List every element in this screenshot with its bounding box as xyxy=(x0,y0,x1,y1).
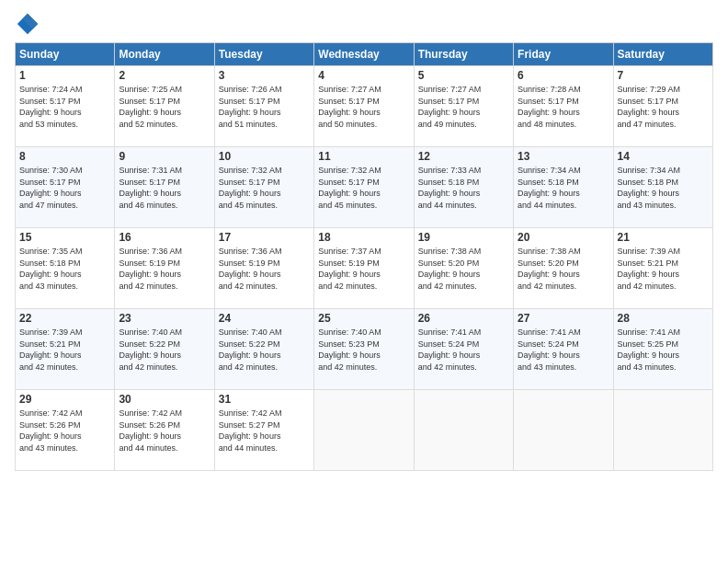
day-number: 4 xyxy=(318,69,409,82)
day-number: 19 xyxy=(418,231,509,244)
day-info: Sunrise: 7:35 AM Sunset: 5:18 PM Dayligh… xyxy=(19,246,110,292)
calendar-cell: 3Sunrise: 7:26 AM Sunset: 5:17 PM Daylig… xyxy=(214,66,313,147)
day-info: Sunrise: 7:41 AM Sunset: 5:25 PM Dayligh… xyxy=(618,327,709,373)
calendar-cell: 23Sunrise: 7:40 AM Sunset: 5:22 PM Dayli… xyxy=(115,309,214,390)
calendar-cell: 30Sunrise: 7:42 AM Sunset: 5:26 PM Dayli… xyxy=(115,390,214,471)
day-number: 9 xyxy=(119,150,210,163)
calendar-cell: 10Sunrise: 7:32 AM Sunset: 5:17 PM Dayli… xyxy=(214,147,313,228)
day-info: Sunrise: 7:41 AM Sunset: 5:24 PM Dayligh… xyxy=(418,327,509,373)
day-info: Sunrise: 7:39 AM Sunset: 5:21 PM Dayligh… xyxy=(19,327,110,373)
calendar-cell: 9Sunrise: 7:31 AM Sunset: 5:17 PM Daylig… xyxy=(115,147,214,228)
calendar-week-3: 15Sunrise: 7:35 AM Sunset: 5:18 PM Dayli… xyxy=(16,228,713,309)
day-number: 26 xyxy=(418,312,509,325)
day-info: Sunrise: 7:28 AM Sunset: 5:17 PM Dayligh… xyxy=(518,84,609,130)
weekday-header-tuesday: Tuesday xyxy=(214,43,313,66)
day-number: 6 xyxy=(518,69,609,82)
header xyxy=(15,11,713,37)
calendar-cell: 29Sunrise: 7:42 AM Sunset: 5:26 PM Dayli… xyxy=(16,390,115,471)
calendar-cell: 4Sunrise: 7:27 AM Sunset: 5:17 PM Daylig… xyxy=(314,66,414,147)
day-number: 13 xyxy=(518,150,609,163)
calendar-cell: 24Sunrise: 7:40 AM Sunset: 5:22 PM Dayli… xyxy=(214,309,313,390)
calendar-cell: 26Sunrise: 7:41 AM Sunset: 5:24 PM Dayli… xyxy=(414,309,513,390)
day-number: 27 xyxy=(518,312,609,325)
day-number: 10 xyxy=(219,150,310,163)
calendar-cell: 18Sunrise: 7:37 AM Sunset: 5:19 PM Dayli… xyxy=(314,228,414,309)
calendar-cell: 15Sunrise: 7:35 AM Sunset: 5:18 PM Dayli… xyxy=(16,228,115,309)
day-number: 15 xyxy=(19,231,110,244)
day-info: Sunrise: 7:38 AM Sunset: 5:20 PM Dayligh… xyxy=(518,246,609,292)
calendar-week-2: 8Sunrise: 7:30 AM Sunset: 5:17 PM Daylig… xyxy=(16,147,713,228)
page: SundayMondayTuesdayWednesdayThursdayFrid… xyxy=(0,0,728,563)
day-info: Sunrise: 7:27 AM Sunset: 5:17 PM Dayligh… xyxy=(318,84,409,130)
day-number: 21 xyxy=(618,231,709,244)
day-info: Sunrise: 7:38 AM Sunset: 5:20 PM Dayligh… xyxy=(418,246,509,292)
day-number: 23 xyxy=(119,312,210,325)
day-info: Sunrise: 7:34 AM Sunset: 5:18 PM Dayligh… xyxy=(518,165,609,211)
calendar-cell: 21Sunrise: 7:39 AM Sunset: 5:21 PM Dayli… xyxy=(613,228,712,309)
day-number: 16 xyxy=(119,231,210,244)
weekday-header-wednesday: Wednesday xyxy=(314,43,414,66)
calendar-week-1: 1Sunrise: 7:24 AM Sunset: 5:17 PM Daylig… xyxy=(16,66,713,147)
day-number: 25 xyxy=(318,312,409,325)
day-info: Sunrise: 7:40 AM Sunset: 5:22 PM Dayligh… xyxy=(119,327,210,373)
calendar-cell: 6Sunrise: 7:28 AM Sunset: 5:17 PM Daylig… xyxy=(514,66,613,147)
day-number: 1 xyxy=(19,69,110,82)
weekday-header-sunday: Sunday xyxy=(16,43,115,66)
day-number: 5 xyxy=(418,69,509,82)
day-number: 31 xyxy=(219,393,310,406)
day-info: Sunrise: 7:42 AM Sunset: 5:26 PM Dayligh… xyxy=(19,408,110,454)
calendar-cell: 5Sunrise: 7:27 AM Sunset: 5:17 PM Daylig… xyxy=(414,66,513,147)
calendar-cell: 11Sunrise: 7:32 AM Sunset: 5:17 PM Dayli… xyxy=(314,147,414,228)
day-number: 17 xyxy=(219,231,310,244)
calendar-week-5: 29Sunrise: 7:42 AM Sunset: 5:26 PM Dayli… xyxy=(16,390,713,471)
calendar-cell xyxy=(414,390,513,471)
calendar-cell: 16Sunrise: 7:36 AM Sunset: 5:19 PM Dayli… xyxy=(115,228,214,309)
day-number: 28 xyxy=(618,312,709,325)
calendar-cell: 7Sunrise: 7:29 AM Sunset: 5:17 PM Daylig… xyxy=(613,66,712,147)
day-info: Sunrise: 7:30 AM Sunset: 5:17 PM Dayligh… xyxy=(19,165,110,211)
calendar-cell: 22Sunrise: 7:39 AM Sunset: 5:21 PM Dayli… xyxy=(16,309,115,390)
day-number: 2 xyxy=(119,69,210,82)
day-info: Sunrise: 7:34 AM Sunset: 5:18 PM Dayligh… xyxy=(618,165,709,211)
day-info: Sunrise: 7:36 AM Sunset: 5:19 PM Dayligh… xyxy=(219,246,310,292)
day-info: Sunrise: 7:40 AM Sunset: 5:23 PM Dayligh… xyxy=(318,327,409,373)
day-number: 7 xyxy=(618,69,709,82)
calendar-cell: 20Sunrise: 7:38 AM Sunset: 5:20 PM Dayli… xyxy=(514,228,613,309)
calendar-cell: 19Sunrise: 7:38 AM Sunset: 5:20 PM Dayli… xyxy=(414,228,513,309)
calendar-cell: 2Sunrise: 7:25 AM Sunset: 5:17 PM Daylig… xyxy=(115,66,214,147)
calendar-cell: 27Sunrise: 7:41 AM Sunset: 5:24 PM Dayli… xyxy=(514,309,613,390)
calendar-cell: 8Sunrise: 7:30 AM Sunset: 5:17 PM Daylig… xyxy=(16,147,115,228)
calendar-cell xyxy=(514,390,613,471)
day-info: Sunrise: 7:36 AM Sunset: 5:19 PM Dayligh… xyxy=(119,246,210,292)
day-info: Sunrise: 7:40 AM Sunset: 5:22 PM Dayligh… xyxy=(219,327,310,373)
calendar-cell: 1Sunrise: 7:24 AM Sunset: 5:17 PM Daylig… xyxy=(16,66,115,147)
weekday-header-friday: Friday xyxy=(514,43,613,66)
weekday-header-thursday: Thursday xyxy=(414,43,513,66)
calendar-cell: 28Sunrise: 7:41 AM Sunset: 5:25 PM Dayli… xyxy=(613,309,712,390)
day-info: Sunrise: 7:25 AM Sunset: 5:17 PM Dayligh… xyxy=(119,84,210,130)
calendar-cell: 17Sunrise: 7:36 AM Sunset: 5:19 PM Dayli… xyxy=(214,228,313,309)
day-info: Sunrise: 7:24 AM Sunset: 5:17 PM Dayligh… xyxy=(19,84,110,130)
day-number: 18 xyxy=(318,231,409,244)
calendar-cell xyxy=(613,390,712,471)
day-info: Sunrise: 7:29 AM Sunset: 5:17 PM Dayligh… xyxy=(618,84,709,130)
day-info: Sunrise: 7:32 AM Sunset: 5:17 PM Dayligh… xyxy=(318,165,409,211)
weekday-header-saturday: Saturday xyxy=(613,43,712,66)
calendar-cell: 13Sunrise: 7:34 AM Sunset: 5:18 PM Dayli… xyxy=(514,147,613,228)
day-info: Sunrise: 7:31 AM Sunset: 5:17 PM Dayligh… xyxy=(119,165,210,211)
day-number: 24 xyxy=(219,312,310,325)
calendar-cell: 14Sunrise: 7:34 AM Sunset: 5:18 PM Dayli… xyxy=(613,147,712,228)
day-info: Sunrise: 7:41 AM Sunset: 5:24 PM Dayligh… xyxy=(518,327,609,373)
day-number: 8 xyxy=(19,150,110,163)
weekday-header-monday: Monday xyxy=(115,43,214,66)
day-number: 11 xyxy=(318,150,409,163)
day-number: 12 xyxy=(418,150,509,163)
day-info: Sunrise: 7:37 AM Sunset: 5:19 PM Dayligh… xyxy=(318,246,409,292)
day-info: Sunrise: 7:42 AM Sunset: 5:27 PM Dayligh… xyxy=(219,408,310,454)
day-number: 3 xyxy=(219,69,310,82)
day-number: 20 xyxy=(518,231,609,244)
calendar-table: SundayMondayTuesdayWednesdayThursdayFrid… xyxy=(15,42,713,471)
day-number: 29 xyxy=(19,393,110,406)
day-info: Sunrise: 7:26 AM Sunset: 5:17 PM Dayligh… xyxy=(219,84,310,130)
logo xyxy=(15,11,44,37)
